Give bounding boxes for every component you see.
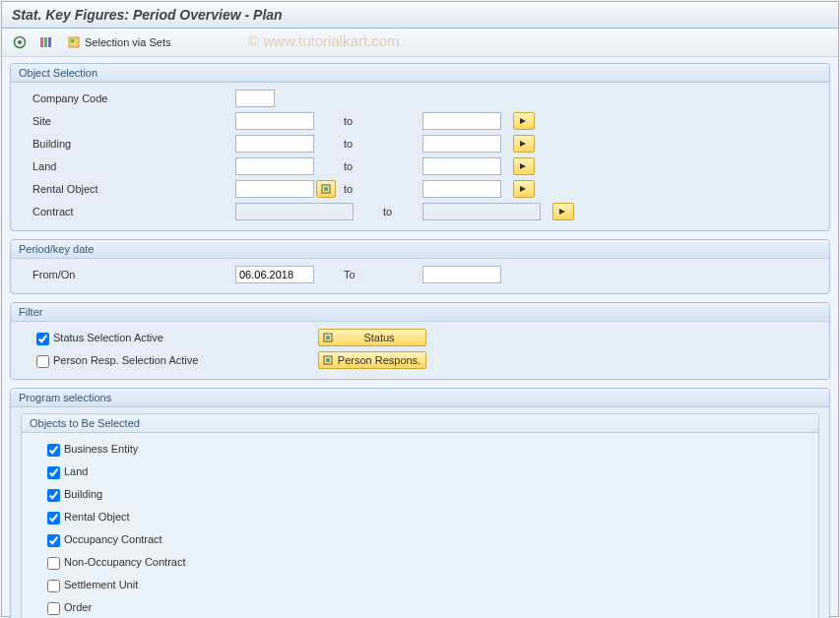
object-checkbox[interactable] <box>47 466 60 479</box>
site-multiselect-button[interactable] <box>513 112 535 130</box>
label-status-active: Status Selection Active <box>53 332 163 343</box>
watermark-text: © www.tutorialkart.com <box>248 32 400 49</box>
application-toolbar: Selection via Sets © www.tutorialkart.co… <box>2 29 838 57</box>
person-filter-button[interactable]: Person Respons. <box>318 351 426 369</box>
group-filter: Filter Status Selection Active Status <box>10 302 830 380</box>
label-site-to: to <box>314 115 422 127</box>
person-button-label: Person Respons. <box>337 354 421 366</box>
label-from-on: From/On <box>21 269 235 280</box>
status-active-checkbox[interactable] <box>36 333 49 345</box>
land-to-input[interactable] <box>422 157 501 175</box>
content-area: Object Selection Company Code Site to Bu… <box>2 57 838 618</box>
contract-to-input <box>422 203 541 220</box>
get-variant-button[interactable] <box>35 32 55 52</box>
inner-group-header-objects: Objects to Be Selected <box>22 414 818 433</box>
object-checkbox[interactable] <box>47 512 60 525</box>
inner-group-objects: Objects to Be Selected Business EntityLa… <box>21 413 819 618</box>
label-contract: Contract <box>21 206 235 217</box>
label-person-active: Person Resp. Selection Active <box>53 354 198 366</box>
svg-point-1 <box>18 40 22 44</box>
group-period: Period/key date From/On To <box>10 239 830 294</box>
object-label: Building <box>64 488 102 500</box>
group-object-selection: Object Selection Company Code Site to Bu… <box>10 63 830 231</box>
rental-object-value-help[interactable] <box>316 180 336 198</box>
group-header-period: Period/key date <box>11 240 829 259</box>
label-building: Building <box>21 138 235 150</box>
selection-via-sets-button[interactable]: Selection via Sets <box>61 33 176 51</box>
company-code-input[interactable] <box>235 90 275 107</box>
svg-rect-6 <box>71 39 74 42</box>
object-label: Land <box>64 465 88 477</box>
object-checkbox[interactable] <box>47 580 60 592</box>
object-label: Business Entity <box>64 443 138 455</box>
land-from-input[interactable] <box>235 157 314 175</box>
label-building-to: to <box>314 138 422 150</box>
object-label: Settlement Unit <box>64 579 138 590</box>
object-label: Rental Object <box>64 511 130 523</box>
list-item: Occupancy Contract <box>32 529 808 549</box>
label-site: Site <box>21 115 235 127</box>
list-item: Land <box>32 462 808 481</box>
object-checkbox[interactable] <box>47 534 60 547</box>
svg-rect-4 <box>48 37 51 47</box>
list-item: Non-Occupancy Contract <box>32 552 808 572</box>
execute-button[interactable] <box>10 32 30 52</box>
label-land: Land <box>21 160 235 172</box>
arrow-right-icon <box>558 208 568 216</box>
contract-multiselect-button[interactable] <box>552 203 574 220</box>
rental-object-multiselect-button[interactable] <box>513 180 535 198</box>
object-checkbox[interactable] <box>47 444 60 457</box>
label-company-code: Company Code <box>21 93 235 104</box>
svg-rect-8 <box>324 187 328 191</box>
object-checkbox[interactable] <box>47 602 60 615</box>
label-contract-to: to <box>354 206 422 217</box>
sets-icon <box>67 35 81 49</box>
sap-window: Stat. Key Figures: Period Overview - Pla… <box>1 1 839 617</box>
filter-icon <box>323 355 333 365</box>
group-header-filter: Filter <box>11 303 829 322</box>
site-to-input[interactable] <box>422 112 501 130</box>
list-item: Settlement Unit <box>32 575 808 594</box>
svg-rect-2 <box>40 37 43 47</box>
status-button-label: Status <box>337 332 421 343</box>
list-item: Business Entity <box>32 439 808 459</box>
arrow-right-icon <box>519 117 529 125</box>
building-to-input[interactable] <box>422 135 501 153</box>
object-label: Order <box>64 601 92 613</box>
selection-via-sets-label: Selection via Sets <box>85 36 170 48</box>
building-multiselect-button[interactable] <box>513 135 535 153</box>
site-from-input[interactable] <box>235 112 314 130</box>
object-label: Occupancy Contract <box>64 533 162 545</box>
building-from-input[interactable] <box>235 135 314 153</box>
object-label: Non-Occupancy Contract <box>64 556 186 568</box>
object-checkbox[interactable] <box>47 489 60 502</box>
page-title: Stat. Key Figures: Period Overview - Pla… <box>2 2 838 29</box>
land-multiselect-button[interactable] <box>513 157 535 175</box>
object-checkbox[interactable] <box>47 557 60 570</box>
group-header-program: Program selections <box>11 389 829 407</box>
variant-icon <box>38 35 52 49</box>
rental-object-to-input[interactable] <box>422 180 501 198</box>
status-filter-button[interactable]: Status <box>318 329 426 346</box>
label-land-to: to <box>314 160 422 172</box>
from-on-input[interactable] <box>235 266 314 283</box>
label-period-to: To <box>314 269 422 280</box>
group-program-selections: Program selections Objects to Be Selecte… <box>10 388 830 618</box>
value-help-icon <box>321 184 331 194</box>
arrow-right-icon <box>519 162 529 170</box>
rental-object-from-input[interactable] <box>235 180 314 198</box>
filter-icon <box>323 333 333 342</box>
period-to-input[interactable] <box>422 266 501 283</box>
label-rental-object-to: to <box>336 183 422 195</box>
list-item: Building <box>32 484 808 504</box>
list-item: Rental Object <box>32 507 808 526</box>
list-item: Order <box>32 597 808 617</box>
objects-list: Business EntityLandBuildingRental Object… <box>22 433 818 618</box>
svg-rect-3 <box>44 37 47 47</box>
label-rental-object: Rental Object <box>21 183 235 195</box>
svg-rect-10 <box>326 336 330 340</box>
arrow-right-icon <box>519 140 529 148</box>
contract-from-input <box>235 203 354 220</box>
person-active-checkbox[interactable] <box>36 355 49 368</box>
execute-icon <box>13 35 27 49</box>
